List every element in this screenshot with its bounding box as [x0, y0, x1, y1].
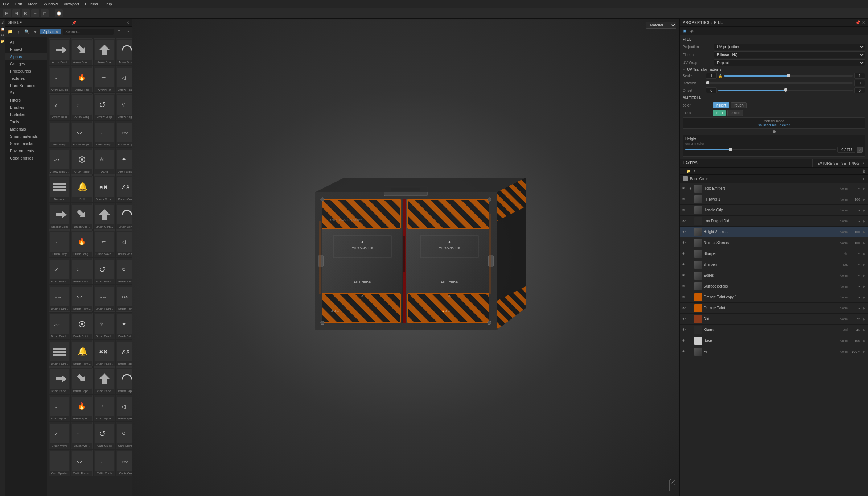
toolbar-icon-1[interactable]: ⊞ — [3, 9, 11, 17]
shelf-icon-filter[interactable]: ▼ — [32, 28, 39, 36]
left-icon-settings[interactable]: ⚙ — [0, 33, 5, 37]
grid-item[interactable]: ✦Atom Simpl... — [116, 148, 132, 175]
layer-item[interactable]: 👁sharpenLgt~▶ — [680, 259, 868, 270]
properties-close[interactable]: ✕ — [862, 20, 865, 25]
shelf-nav-item-materials[interactable]: Materials — [5, 125, 47, 133]
grid-item[interactable]: 🔥Brush Spon... — [71, 395, 93, 422]
filtering-select[interactable]: Bilinear | HQ — [714, 51, 865, 58]
grid-item[interactable]: ↯Brush Paint... — [116, 258, 132, 285]
grid-item[interactable]: Brush Pape... — [116, 367, 132, 394]
grid-item[interactable]: ↖↗Celtic Branc... — [71, 450, 93, 476]
shelf-icon-import[interactable]: ↑ — [15, 28, 22, 36]
layers-tab[interactable]: LAYERS — [680, 160, 701, 166]
layer-expand-icon[interactable]: ▶ — [861, 230, 867, 235]
grid-item[interactable]: ↺Arrow Loop — [94, 93, 115, 120]
toolbar-icon-6[interactable]: ⌚ — [55, 9, 63, 17]
layer-item[interactable]: 👁Handle GripNorm~▶ — [680, 205, 868, 216]
grid-item[interactable]: Bracket Bent — [49, 203, 70, 230]
shelf-nav-item-hard-surfaces[interactable]: Hard Surfaces — [5, 82, 47, 89]
left-icon-layers[interactable]: 📋 — [0, 26, 5, 31]
grid-item[interactable]: ↕Brush Paint... — [71, 258, 93, 285]
grid-item[interactable]: ⚛Brush Paint... — [94, 313, 115, 339]
layer-expand-icon[interactable]: ▶ — [861, 208, 867, 213]
layer-expand-icon[interactable]: ▶ — [861, 327, 867, 332]
texture-set-close[interactable]: ✕ — [862, 161, 865, 165]
layer-visibility-toggle[interactable]: 👁 — [681, 251, 686, 256]
layer-visibility-toggle[interactable]: 👁 — [681, 208, 686, 213]
shelf-nav-item-smart-materials[interactable]: Smart materials — [5, 133, 47, 140]
nrm-button[interactable]: nrm — [713, 110, 726, 116]
layer-expand-icon[interactable]: ▶ — [861, 262, 867, 267]
grid-item[interactable]: Arrow Target — [71, 148, 93, 175]
rough-button[interactable]: rough — [731, 102, 747, 108]
toolbar-icon-5[interactable]: □ — [41, 9, 49, 17]
grid-item[interactable]: ↖↗Brush Paint... — [71, 285, 93, 312]
grid-item[interactable]: ↙↗Arrow Simpl... — [49, 148, 70, 175]
grid-item[interactable]: >>>Arrow Simpl... — [116, 121, 132, 148]
layer-visibility-toggle[interactable]: 👁 — [681, 284, 686, 289]
layer-expand-icon[interactable]: ▶ — [861, 240, 867, 245]
layer-visibility-toggle[interactable]: 👁 — [681, 197, 686, 202]
grid-item[interactable]: Brush Circ... — [71, 203, 93, 230]
grid-item[interactable]: ↔Brush Spon... — [49, 395, 70, 422]
toolbar-icon-4[interactable]: ↔ — [31, 9, 39, 17]
layer-item[interactable]: 👁BaseNorm100▶ — [680, 335, 868, 346]
layer-visibility-toggle[interactable]: 👁 — [681, 219, 686, 224]
layer-expand-icon[interactable]: ▶ — [861, 197, 867, 202]
layer-item[interactable]: 👁Iron Forged OldNorm~▶ — [680, 216, 868, 227]
layer-expand-icon[interactable]: ▶ — [861, 251, 867, 256]
emiss-button[interactable]: emiss — [727, 110, 743, 116]
rotation-value[interactable]: 0 — [854, 80, 865, 86]
shelf-nav-item-smart-masks[interactable]: Smart masks — [5, 140, 47, 147]
shelf-icon-search[interactable]: 🔍 — [24, 28, 30, 36]
grid-item[interactable]: ↔Arrow Double — [49, 66, 70, 93]
shelf-tab-close[interactable]: ✕ — [55, 30, 58, 34]
grid-item[interactable]: ←→Card Spades — [49, 450, 70, 476]
height-button[interactable]: height — [713, 102, 729, 108]
shelf-search-input[interactable] — [63, 29, 114, 35]
shelf-tab-alphas[interactable]: Alphas ✕ — [40, 29, 62, 34]
properties-pin[interactable]: 📌 — [855, 20, 860, 25]
layer-expand-icon[interactable]: ▶ — [861, 295, 867, 300]
toolbar-icon-3[interactable]: ⊠ — [22, 9, 30, 17]
grid-item[interactable]: Brush Corn... — [94, 203, 115, 230]
layer-item[interactable]: 👁Orange PaintNorm~▶ — [680, 303, 868, 314]
scale-x-value[interactable]: 1 — [706, 73, 717, 79]
shelf-nav-item-color-profiles[interactable]: Color profiles — [5, 154, 47, 162]
grid-item[interactable]: ↙Brush Paint... — [49, 258, 70, 285]
layer-item[interactable]: 👁DirtNorm72▶ — [680, 314, 868, 325]
layer-item[interactable]: 👁StainsMul45▶ — [680, 325, 868, 335]
layer-expand-icon[interactable]: ▶ — [861, 306, 867, 311]
layer-visibility-toggle[interactable]: 👁 — [681, 349, 686, 354]
shelf-nav-item-grunges[interactable]: Grunges — [5, 60, 47, 67]
layer-visibility-toggle[interactable]: 👁 — [681, 338, 686, 343]
viewport[interactable]: ▲ THIS WAY UP ▲ THIS WAY UP LIFT HERE LI… — [132, 19, 679, 496]
offset-y-value[interactable]: 0 — [854, 87, 865, 93]
grid-item[interactable]: Brush Paint... — [71, 313, 93, 339]
layer-visibility-toggle[interactable]: 👁 — [681, 240, 686, 245]
grid-item[interactable]: ↯Arrow Naga... — [116, 93, 132, 120]
layer-visibility-toggle[interactable]: 👁 — [681, 273, 686, 278]
grid-item[interactable]: ↔↔Brush Paint... — [94, 285, 115, 312]
lock-icon[interactable]: 🔒 — [718, 74, 723, 78]
grid-item[interactable]: ↺Brush Paint... — [94, 258, 115, 285]
uv-transforms-section[interactable]: ▼ UV Transformations — [683, 67, 865, 71]
grid-item[interactable]: ↙Brush Wave — [49, 422, 70, 449]
layer-item[interactable]: 👁Surface detailsNorm~▶ — [680, 281, 868, 292]
layer-expand-icon[interactable]: ▶ — [861, 273, 867, 278]
shelf-pin[interactable]: 📌 — [72, 21, 76, 25]
grid-item[interactable]: 🔥Arrow Fire — [71, 66, 93, 93]
grid-item[interactable]: ↔↔Arrow Simpl... — [94, 121, 115, 148]
grid-item[interactable]: 🔔Brush Paint... — [71, 340, 93, 367]
height-reset-btn[interactable]: ↺ — [857, 147, 863, 153]
layer-visibility-toggle[interactable]: 👁 — [681, 295, 686, 300]
grid-item[interactable]: Arrow Bend... — [71, 38, 93, 65]
grid-item[interactable]: >>>Brush Paint... — [116, 285, 132, 312]
grid-item[interactable]: Brush Pape... — [71, 367, 93, 394]
projection-select[interactable]: UV projection — [714, 44, 865, 50]
grid-item[interactable]: ↙↗Brush Paint... — [49, 313, 70, 339]
grid-item[interactable]: ↙Arrow Inset — [49, 93, 70, 120]
scale-slider[interactable] — [724, 75, 853, 77]
grid-item[interactable]: ◁Arrow Head... — [116, 66, 132, 93]
layer-item[interactable]: 👁Orange Paint copy 1Norm~▶ — [680, 292, 868, 303]
